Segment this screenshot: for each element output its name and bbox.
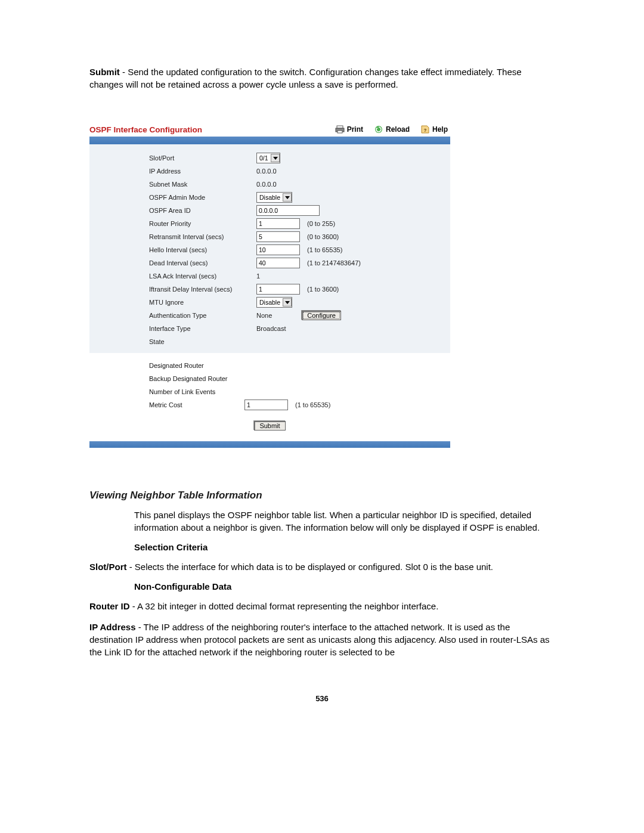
field-label: OSPF Area ID bbox=[149, 207, 256, 214]
term-text: - The IP address of the neighboring rout… bbox=[89, 622, 550, 657]
slot-port-select[interactable]: 0/1 bbox=[256, 153, 280, 163]
chevron-down-icon bbox=[283, 298, 292, 306]
svg-rect-0 bbox=[337, 126, 343, 128]
configure-button[interactable]: Configure bbox=[302, 311, 341, 320]
intro-paragraph: Submit - Send the updated configuration … bbox=[89, 66, 555, 91]
reload-action[interactable]: Reload bbox=[374, 125, 410, 134]
help-icon: ? bbox=[420, 125, 430, 134]
field-label: State bbox=[149, 338, 256, 345]
panel-bottom-bar bbox=[89, 441, 450, 448]
iftransit-input[interactable] bbox=[256, 284, 300, 295]
field-hint: (1 to 3600) bbox=[307, 286, 339, 293]
field-label: Iftransit Delay Interval (secs) bbox=[149, 286, 256, 293]
field-label: Designated Router bbox=[149, 362, 244, 369]
field-label: MTU Ignore bbox=[149, 299, 256, 306]
section-heading: Viewing Neighbor Table Information bbox=[89, 490, 555, 501]
field-label: Number of Link Events bbox=[149, 388, 244, 395]
term-bold: Router ID bbox=[89, 601, 130, 611]
field-label: IP Address bbox=[149, 168, 256, 175]
ip-address-value: 0.0.0.0 bbox=[256, 168, 277, 175]
term-bold: Slot/Port bbox=[89, 562, 127, 572]
router-priority-input[interactable] bbox=[256, 218, 300, 229]
field-label: OSPF Admin Mode bbox=[149, 194, 256, 201]
metric-cost-input[interactable] bbox=[244, 400, 288, 410]
panel-top-bar bbox=[89, 137, 450, 144]
admin-mode-select[interactable]: Disable bbox=[256, 192, 292, 203]
mtu-ignore-select[interactable]: Disable bbox=[256, 297, 292, 308]
field-label: Interface Type bbox=[149, 325, 256, 332]
field-label: Backup Designated Router bbox=[149, 375, 244, 382]
printer-icon bbox=[335, 125, 345, 134]
page-number: 536 bbox=[89, 694, 555, 703]
svg-text:?: ? bbox=[424, 128, 427, 133]
subheading: Selection Criteria bbox=[89, 542, 555, 552]
field-label: Metric Cost bbox=[149, 401, 244, 408]
term-bold: IP Address bbox=[89, 622, 136, 632]
intro-bold: Submit bbox=[89, 67, 120, 77]
panel-actions: Print Reload ? Help bbox=[335, 125, 448, 134]
field-label: Router Priority bbox=[149, 220, 256, 227]
field-label: Retransmit Interval (secs) bbox=[149, 233, 256, 240]
dead-input[interactable] bbox=[256, 258, 300, 268]
field-label: LSA Ack Interval (secs) bbox=[149, 272, 256, 280]
area-id-input[interactable] bbox=[256, 205, 320, 216]
ip-address-paragraph: IP Address - The IP address of the neigh… bbox=[89, 621, 555, 658]
field-label: Dead Interval (secs) bbox=[149, 259, 256, 267]
print-action[interactable]: Print bbox=[335, 125, 363, 134]
panel-title: OSPF Interface Configuration bbox=[89, 125, 202, 134]
chevron-down-icon bbox=[271, 154, 280, 162]
field-label: Hello Interval (secs) bbox=[149, 246, 256, 253]
term-text: - Selects the interface for which data i… bbox=[127, 562, 494, 572]
iface-type-value: Broadcast bbox=[256, 325, 286, 332]
section-paragraph: This panel displays the OSPF neighbor ta… bbox=[89, 509, 555, 534]
ospf-config-panel: OSPF Interface Configuration Print Reloa… bbox=[89, 123, 450, 448]
hello-input[interactable] bbox=[256, 244, 300, 255]
slot-port-paragraph: Slot/Port - Selects the interface for wh… bbox=[89, 561, 555, 573]
retransmit-input[interactable] bbox=[256, 231, 300, 242]
chevron-down-icon bbox=[283, 193, 292, 202]
svg-rect-2 bbox=[338, 131, 342, 133]
subheading: Non-Configurable Data bbox=[89, 581, 555, 592]
help-action[interactable]: ? Help bbox=[420, 125, 448, 134]
field-label: Subnet Mask bbox=[149, 181, 256, 188]
field-hint: (0 to 3600) bbox=[307, 233, 339, 240]
reload-icon bbox=[374, 125, 383, 134]
field-hint: (0 to 255) bbox=[307, 220, 335, 227]
intro-rest: - Send the updated configuration to the … bbox=[89, 67, 522, 89]
auth-type-value: None bbox=[256, 312, 272, 319]
subnet-mask-value: 0.0.0.0 bbox=[256, 181, 277, 188]
field-label: Slot/Port bbox=[149, 154, 256, 162]
field-hint: (1 to 65535) bbox=[295, 401, 330, 408]
field-label: Authentication Type bbox=[149, 312, 256, 319]
router-id-paragraph: Router ID - A 32 bit integer in dotted d… bbox=[89, 600, 555, 612]
term-text: - A 32 bit integer in dotted decimal for… bbox=[130, 601, 439, 611]
field-hint: (1 to 2147483647) bbox=[307, 259, 361, 267]
submit-button[interactable]: Submit bbox=[254, 421, 285, 431]
lsa-ack-value: 1 bbox=[256, 272, 260, 280]
field-hint: (1 to 65535) bbox=[307, 246, 342, 253]
